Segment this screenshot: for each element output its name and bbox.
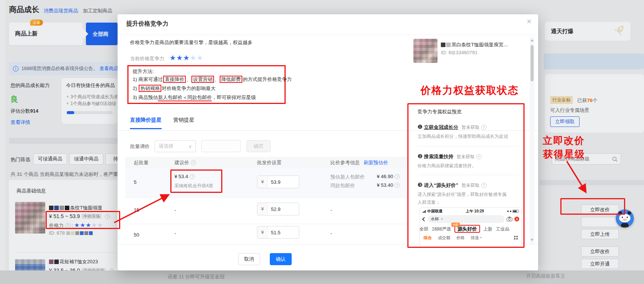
- search-pill: 水杯: [428, 215, 505, 223]
- notification-badge: 4: [514, 217, 519, 221]
- currency-prefix: ¥: [257, 203, 268, 215]
- status-time: 上午 10:29: [466, 209, 484, 214]
- col-header-suggest: 建议价: [174, 159, 196, 166]
- phone-category-tabs: 全部 1688严选 源头好价 包邮 上新 工业品: [420, 224, 522, 234]
- rights-panel-title: 竞争力专属权益预览: [418, 108, 462, 115]
- rights-divider: [418, 175, 519, 175]
- row-divider: [125, 197, 407, 198]
- cancel-button[interactable]: 取消: [238, 253, 260, 265]
- tab-direct-discount-star[interactable]: 直接降价提星: [130, 117, 162, 129]
- ref-newbuyer-label: 预估新人包邮价: [330, 174, 365, 180]
- bulk-value-input[interactable]: [201, 140, 241, 152]
- methods-line-1: 1) 商家可通过直接降价、设置营销、降低邮费的方式提升价格竞争力: [133, 76, 292, 83]
- help-icon[interactable]: [395, 183, 400, 188]
- wholesale-price-field: ¥: [257, 203, 299, 215]
- phone-tab-new: 上新: [483, 226, 493, 232]
- circled-2-icon: ❷: [418, 153, 422, 159]
- sort-composite: 综合: [424, 235, 432, 241]
- phone-tab-yanxuan: 1688严选: [432, 226, 451, 232]
- rights-item-desc: 价格力商品获搜索流量扶持。: [418, 163, 476, 169]
- help-icon[interactable]: [190, 174, 195, 179]
- currency-prefix: ¥: [257, 226, 268, 238]
- bulk-select[interactable]: 请选择: [154, 140, 196, 152]
- page: 商品成长 消费品现货商品 加工定制商品 商品上新 流量 全部商 通天打爆 i 1…: [0, 0, 644, 284]
- rights-item-source-price: ❸ 进入“源头好价” 暂未获取: [418, 182, 486, 189]
- modal-intro: 价格竞争力是商品的重要流量引擎，星级越高，权益越多: [130, 39, 252, 46]
- rights-item-gold-score: ❶ 立获金冠成长分 暂未获取: [418, 124, 486, 131]
- tab-marketing-star[interactable]: 营销提星: [173, 117, 194, 124]
- censored-block: [446, 43, 451, 47]
- annotation-rights-status: 价格力权益获取状态: [421, 84, 519, 97]
- scroll-up-icon[interactable]: [531, 39, 534, 41]
- cell-suggest-note: 采纳有机会升级4星: [174, 183, 213, 189]
- stars-empty: ★★: [190, 54, 203, 62]
- help-icon[interactable]: [481, 183, 486, 188]
- rights-divider: [418, 146, 519, 147]
- help-icon[interactable]: [395, 174, 400, 179]
- col-header-qty: 起批量: [134, 159, 148, 166]
- scrollbar-thumb[interactable]: [531, 45, 534, 81]
- help-icon[interactable]: [476, 154, 482, 159]
- mascot-avatar[interactable]: [616, 209, 634, 228]
- bulk-confirm-button[interactable]: 确定: [246, 140, 271, 152]
- status-dot-icon: [507, 211, 509, 212]
- cell-suggest-price: ¥ 53.4: [174, 174, 195, 179]
- sort-filter: 筛选: [471, 235, 479, 241]
- close-icon[interactable]: [525, 17, 534, 26]
- current-power-row: 当前价格竞争力 ★★★★★: [130, 53, 203, 62]
- circled-3-icon: ❸: [418, 182, 422, 188]
- phone-search-row: 水杯 4: [420, 214, 522, 224]
- wholesale-price-input[interactable]: [268, 206, 299, 212]
- circled-1-icon: ❶: [418, 124, 422, 130]
- bulk-adjust-label: 批量调价: [130, 143, 150, 150]
- modal-product-image: [413, 39, 437, 63]
- methods-heading: 提升方法:: [133, 68, 154, 75]
- methods-line-3: 3) 商品预估新人包邮价＜同款包邮价，即可获得对应星级: [133, 94, 256, 101]
- sort-price: 价格: [456, 235, 465, 241]
- tag-direct-discount: 直接降价: [163, 76, 186, 83]
- clear-icon: [441, 217, 443, 221]
- phone-preview: 中国联通 上午 10:29 水杯 4 全部 1: [419, 207, 522, 247]
- scroll-down-icon[interactable]: [531, 239, 534, 241]
- confirm-button[interactable]: 确认: [270, 253, 292, 265]
- modal-title-divider: [118, 35, 538, 35]
- col-header-ref: 比价参考信息: [330, 159, 360, 166]
- tag-hot-spec: 热销规格: [139, 85, 161, 92]
- wholesale-price-input[interactable]: [268, 179, 299, 185]
- ref-same-value: ¥ 53.40: [377, 182, 400, 188]
- censored-block: [451, 51, 455, 55]
- cell-ref-dash: -: [330, 207, 332, 213]
- modal-scrollbar[interactable]: [530, 37, 534, 244]
- chevron-down-icon: [188, 143, 192, 150]
- annotation-cta-line1: 立即改价: [543, 134, 585, 147]
- rights-item-desc: 人群流量；: [418, 199, 440, 206]
- phone-tab-all: 全部: [419, 226, 428, 232]
- col-header-price: 批发价设置: [257, 159, 281, 166]
- help-icon[interactable]: [481, 125, 486, 130]
- current-power-label: 当前价格竞争力: [130, 56, 164, 61]
- refresh-estimate-link[interactable]: 刷新预估价: [364, 159, 388, 166]
- cell-ref-dash: -: [330, 231, 332, 236]
- cell-suggest-dash: -: [174, 231, 176, 236]
- censored-block: [441, 43, 445, 47]
- camera-icon: [506, 217, 512, 221]
- grid-view-icon: [514, 236, 518, 240]
- phone-tab-industrial: 工业品: [496, 226, 509, 232]
- carrier-label: 中国联通: [427, 209, 442, 214]
- annotation-cta-line2: 获得星级: [543, 148, 585, 161]
- cell-qty: 15: [134, 207, 139, 213]
- search-term: 水杯: [431, 216, 439, 222]
- help-icon[interactable]: [191, 160, 196, 165]
- row-divider: [125, 224, 407, 224]
- stars-filled: ★★★: [170, 54, 190, 62]
- phone-status-bar: 中国联通 上午 10:29: [420, 208, 522, 214]
- modal-product-title: 黑白条纹T恤圆领显瘦宽…: [441, 41, 508, 48]
- mascot-suit: [621, 223, 629, 228]
- rights-item-desc: 进入搜索“源头好价”场景，获取好价敏感专属: [418, 191, 506, 198]
- cell-qty: 50: [134, 232, 139, 238]
- filter-triangle-icon: [480, 237, 482, 238]
- rights-item-search-traffic: ❷ 搜索流量扶持 暂未获取: [418, 153, 482, 160]
- bulk-select-value: 请选择: [159, 143, 188, 150]
- wholesale-price-input[interactable]: [268, 230, 299, 235]
- phone-sort-row: 综合 成交额 价格 筛选: [420, 234, 522, 241]
